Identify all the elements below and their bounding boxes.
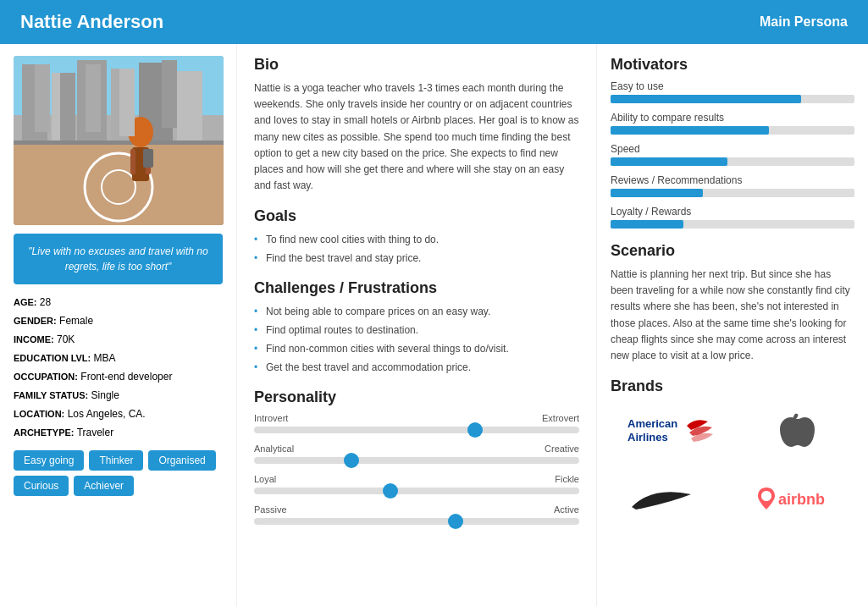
bio-section: Bio Nattie is a yoga teacher who travels… — [254, 56, 579, 194]
brands-title: Brands — [611, 377, 854, 395]
slider-thumb — [344, 453, 359, 468]
bio-title: Bio — [254, 56, 579, 74]
tag-curious[interactable]: Curious — [14, 476, 69, 496]
motivator-label: Easy to use — [611, 80, 854, 92]
tag-achiever[interactable]: Achiever — [74, 476, 134, 496]
brand-apple — [737, 402, 854, 462]
tags-container: Easy going Thinker Organised Curious Ach… — [14, 450, 223, 496]
motivator-label: Loyalty / Rewards — [611, 206, 854, 218]
personality-label-right: Extrovert — [542, 413, 579, 423]
education-value: MBA — [94, 352, 116, 364]
personality-row-introvert: Introvert Extrovert — [254, 413, 579, 433]
header-persona: Main Persona — [760, 14, 848, 30]
motivator-bar-fill — [611, 157, 727, 166]
svg-point-11 — [128, 117, 153, 147]
personality-label-right: Creative — [545, 443, 579, 454]
main-content: "Live with no excuses and travel with no… — [0, 44, 868, 606]
american-airlines-logo: American Airlines — [623, 409, 716, 455]
airbnb-logo: airbnb — [749, 477, 843, 524]
svg-rect-6 — [177, 71, 202, 140]
scenario-text: Nattie is planning her next trip. But si… — [611, 267, 854, 364]
income-label: INCOME: — [14, 334, 54, 344]
svg-text:airbnb: airbnb — [778, 491, 825, 508]
brand-airbnb: airbnb — [737, 471, 854, 531]
motivator-bar-bg — [611, 126, 854, 135]
location-value: Los Angeles, CA. — [68, 408, 146, 420]
profile-photo-svg — [14, 56, 224, 225]
goals-title: Goals — [254, 207, 579, 225]
header: Nattie Anderson Main Persona — [0, 0, 868, 44]
motivator-bar-bg — [611, 189, 854, 197]
motivator-label: Ability to compare results — [611, 112, 854, 124]
archetype-row: ARCHETYPE: Traveler — [14, 425, 223, 440]
personality-label-left: Analytical — [254, 443, 294, 454]
challenge-item: Get the best travel and accommodation pr… — [254, 360, 579, 375]
motivator-bar-bg — [611, 157, 854, 166]
motivator-bar-fill — [611, 189, 703, 197]
gender-row: GENDER: Female — [14, 313, 223, 328]
motivator-speed: Speed — [611, 143, 854, 166]
tag-easy-going[interactable]: Easy going — [14, 450, 84, 471]
motivator-bar-bg — [611, 95, 854, 103]
age-row: AGE: 28 — [14, 295, 223, 310]
occupation-row: OCCUPATION: Front-end developer — [14, 369, 223, 384]
challenges-section: Challenges / Frustrations Not being able… — [254, 279, 579, 375]
svg-rect-3 — [77, 60, 107, 140]
slider-thumb — [383, 483, 398, 499]
svg-rect-2 — [52, 73, 73, 140]
svg-rect-15 — [143, 149, 153, 168]
motivator-label: Reviews / Recommendations — [611, 174, 854, 186]
motivator-easy-to-use: Easy to use — [611, 80, 854, 103]
right-column: Motivators Easy to use Ability to compar… — [597, 44, 868, 606]
profile-details: AGE: 28 GENDER: Female INCOME: 70K EDUCA… — [14, 295, 223, 440]
income-row: INCOME: 70K — [14, 332, 223, 347]
age-label: AGE: — [14, 297, 37, 307]
challenge-item: Find optimal routes to destination. — [254, 322, 579, 338]
motivators-section: Motivators Easy to use Ability to compar… — [611, 56, 854, 229]
profile-photo — [14, 56, 224, 225]
nike-logo — [628, 477, 712, 524]
personality-row-passive: Passive Active — [254, 504, 579, 525]
challenge-item: Not being able to compare prices on an e… — [254, 304, 579, 319]
education-label: EDUCATION LVL: — [14, 353, 91, 363]
personality-row-loyal: Loyal Fickle — [254, 474, 579, 494]
motivator-label: Speed — [611, 143, 854, 155]
slider-track — [254, 518, 579, 525]
goal-item: To find new cool cities with thing to do… — [254, 232, 579, 247]
personality-label-left: Introvert — [254, 413, 288, 423]
svg-text:American: American — [628, 417, 677, 430]
tag-organised[interactable]: Organised — [148, 450, 215, 471]
svg-rect-10 — [14, 140, 224, 145]
age-value: 28 — [40, 296, 51, 308]
middle-column: Bio Nattie is a yoga teacher who travels… — [237, 44, 597, 606]
personality-label-left: Passive — [254, 504, 287, 515]
apple-logo — [772, 409, 819, 455]
svg-rect-13 — [130, 149, 135, 174]
personality-section: Personality Introvert Extrovert Analytic… — [254, 388, 579, 525]
slider-track — [254, 427, 579, 433]
tag-thinker[interactable]: Thinker — [89, 450, 143, 471]
goal-item: Find the best travel and stay price. — [254, 251, 579, 266]
quote-box: "Live with no excuses and travel with no… — [14, 234, 223, 284]
family-status-row: FAMILY STATUS: Single — [14, 388, 223, 403]
occupation-value: Front-end developer — [80, 371, 172, 383]
motivator-bar-fill — [611, 95, 801, 103]
motivator-loyalty: Loyalty / Rewards — [611, 206, 854, 229]
slider-thumb — [467, 422, 483, 438]
scenario-title: Scenario — [611, 242, 854, 260]
personality-label-right: Active — [554, 504, 579, 515]
income-value: 70K — [57, 333, 75, 345]
location-label: LOCATION: — [14, 409, 64, 419]
personality-row-analytical: Analytical Creative — [254, 443, 579, 464]
brand-nike — [611, 471, 728, 531]
gender-label: GENDER: — [14, 316, 57, 326]
family-status-label: FAMILY STATUS: — [14, 390, 88, 400]
occupation-label: OCCUPATION: — [14, 372, 78, 382]
goals-section: Goals To find new cool cities with thing… — [254, 207, 579, 266]
motivator-bar-bg — [611, 220, 854, 229]
header-title: Nattie Anderson — [20, 11, 163, 33]
svg-text:Airlines: Airlines — [628, 431, 668, 443]
scenario-section: Scenario Nattie is planning her next tri… — [611, 242, 854, 364]
svg-rect-1 — [22, 64, 47, 140]
archetype-label: ARCHETYPE: — [14, 427, 75, 438]
